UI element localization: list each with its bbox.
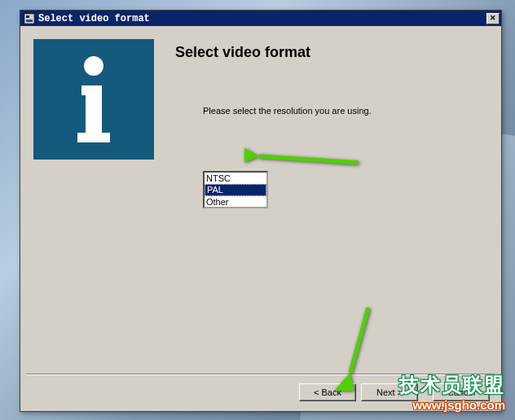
titlebar-title: Select video format [38, 13, 150, 24]
page-heading: Select video format [175, 44, 310, 61]
close-button[interactable]: ✕ [486, 13, 500, 24]
app-icon [24, 13, 35, 24]
close-icon: ✕ [490, 15, 496, 22]
svg-rect-1 [26, 15, 29, 18]
listbox-item-pal[interactable]: PAL [205, 184, 266, 196]
svg-rect-0 [24, 14, 34, 24]
info-icon [65, 55, 122, 144]
watermark: 技术员联盟 www.jsgho.com [399, 372, 505, 412]
back-button[interactable]: < Back [299, 383, 356, 401]
watermark-url: www.jsgho.com [399, 398, 505, 412]
dialog-window: Select video format ✕ Select video forma… [20, 10, 502, 412]
listbox-item-other[interactable]: Other [205, 196, 266, 208]
resolution-listbox[interactable]: NTSC PAL Other [203, 171, 268, 208]
titlebar[interactable]: Select video format ✕ [20, 11, 501, 26]
watermark-text: 技术员联盟 [399, 372, 505, 398]
page-body-text: Please select the resolution you are usi… [203, 106, 372, 116]
listbox-item-ntsc[interactable]: NTSC [205, 173, 266, 184]
wizard-image [33, 39, 154, 160]
svg-rect-2 [26, 20, 33, 22]
svg-point-3 [84, 56, 103, 76]
dialog-content: Select video format Please select the re… [20, 26, 501, 411]
